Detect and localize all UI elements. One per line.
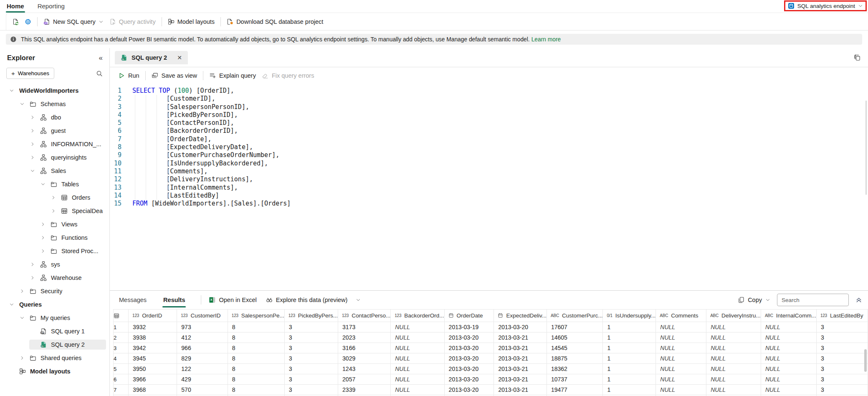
tree-item-my-queries[interactable]: My queries [0, 311, 109, 325]
cell[interactable]: NULL [706, 364, 761, 374]
copy-button[interactable]: Copy [738, 297, 770, 303]
cell[interactable]: NULL [656, 364, 706, 374]
cell[interactable]: NULL [391, 364, 444, 374]
tab-messages[interactable]: Messages [118, 292, 147, 308]
row-number[interactable]: 3 [114, 343, 129, 353]
tree-item-schemas[interactable]: Schemas [0, 97, 109, 111]
chevron-down-icon[interactable] [8, 301, 15, 308]
cell[interactable]: NULL [761, 322, 816, 333]
chevron-right-icon[interactable] [19, 288, 25, 294]
tab-home[interactable]: Home [6, 0, 25, 13]
cell[interactable]: 8 [228, 374, 284, 385]
model-layouts-button[interactable]: Model layouts [168, 18, 215, 25]
tree-item-queryinsights[interactable]: queryinsights [0, 151, 109, 164]
cell[interactable]: 3 [816, 322, 868, 333]
tree-item-functions[interactable]: Functions [0, 231, 109, 244]
open-in-excel-button[interactable]: X Open in Excel [209, 297, 256, 303]
settings-button[interactable] [25, 18, 31, 25]
collapse-panel-icon[interactable] [855, 297, 862, 303]
tree-item-tables[interactable]: Tables [0, 178, 109, 191]
column-header-customerid[interactable]: 123CustomerID [177, 310, 228, 322]
download-sql-project-button[interactable]: Download SQL database project [227, 18, 323, 25]
learn-more-link[interactable]: Learn more [531, 36, 561, 43]
cell[interactable]: NULL [761, 374, 816, 385]
cell[interactable]: 10737 [547, 374, 603, 385]
editor-scrollbar[interactable] [865, 101, 867, 195]
row-number[interactable]: 6 [114, 374, 129, 385]
cell[interactable]: 2057 [338, 374, 391, 385]
cell[interactable]: 8 [228, 322, 284, 333]
cell[interactable]: NULL [391, 385, 444, 395]
tab-reporting[interactable]: Reporting [37, 0, 66, 13]
cell[interactable]: 412 [177, 333, 228, 343]
tree-item-sql-query-2[interactable]: SQLSQL query 2 [0, 338, 109, 351]
explore-data-button[interactable]: Explore this data (preview) [266, 297, 361, 303]
cell[interactable]: 1 [603, 364, 656, 374]
tree-item-queries[interactable]: Queries [0, 298, 109, 311]
duplicate-pages-icon[interactable] [854, 54, 860, 61]
cell[interactable]: 973 [177, 322, 228, 333]
chevron-right-icon[interactable] [19, 355, 25, 361]
column-header-backorderord[interactable]: 123BackorderOrd... [391, 310, 444, 322]
tree-item-sql-query-1[interactable]: SQLSQL query 1 [0, 325, 109, 338]
cell[interactable]: 2013-03-20 [494, 322, 547, 333]
column-header-expecteddeliv[interactable]: ExpectedDeliv... [494, 310, 547, 322]
cell[interactable]: 1 [603, 333, 656, 343]
tree-item-dbo[interactable]: dbo [0, 111, 109, 124]
cell[interactable]: NULL [656, 385, 706, 395]
cell[interactable]: NULL [656, 322, 706, 333]
cell[interactable]: NULL [761, 333, 816, 343]
tree-item-views[interactable]: Views [0, 218, 109, 231]
cell[interactable]: 8 [228, 333, 284, 343]
cell[interactable]: 3938 [129, 333, 177, 343]
cell[interactable]: 122 [177, 364, 228, 374]
cell[interactable]: 3166 [338, 343, 391, 353]
chevron-down-icon[interactable] [40, 181, 46, 188]
cell[interactable]: 2013-03-20 [444, 385, 494, 395]
close-tab-icon[interactable]: ✕ [177, 54, 182, 61]
chevron-down-icon[interactable] [29, 168, 36, 174]
cell[interactable]: NULL [656, 374, 706, 385]
cell[interactable]: NULL [761, 385, 816, 395]
cell[interactable]: 2013-03-20 [444, 343, 494, 353]
cell[interactable]: 18875 [547, 353, 603, 364]
cell[interactable]: NULL [391, 333, 444, 343]
cell[interactable]: NULL [761, 353, 816, 364]
cell[interactable]: NULL [706, 374, 761, 385]
results-search-input[interactable] [777, 294, 849, 306]
add-warehouses-button[interactable]: +Warehouses [6, 68, 54, 79]
cell[interactable]: 2013-03-20 [444, 333, 494, 343]
search-icon[interactable] [96, 70, 103, 77]
chevron-right-icon[interactable] [29, 141, 36, 147]
cell[interactable]: 1 [603, 343, 656, 353]
cell[interactable]: 1 [603, 385, 656, 395]
cell[interactable]: 2013-03-20 [444, 364, 494, 374]
run-button[interactable]: Run [118, 72, 139, 79]
cell[interactable]: 2013-03-21 [494, 343, 547, 353]
tab-sql-query-2[interactable]: SQL SQL query 2 ✕ [115, 51, 188, 64]
column-header-deliveryinstru[interactable]: ABCDeliveryInstru... [706, 310, 761, 322]
cell[interactable]: 2013-03-21 [494, 353, 547, 364]
cell[interactable]: 3 [816, 385, 868, 395]
cell[interactable]: NULL [391, 322, 444, 333]
chevron-right-icon[interactable] [40, 234, 46, 241]
cell[interactable]: 2013-03-20 [444, 353, 494, 364]
cell[interactable]: 2013-03-21 [494, 385, 547, 395]
cell[interactable]: NULL [706, 333, 761, 343]
cell[interactable]: 2023 [338, 333, 391, 343]
chevron-right-icon[interactable] [50, 208, 57, 214]
cell[interactable]: 3 [284, 333, 338, 343]
cell[interactable]: 3950 [129, 364, 177, 374]
tree-item-sys[interactable]: sys [0, 258, 109, 271]
cell[interactable]: 2013-03-21 [494, 374, 547, 385]
chevron-right-icon[interactable] [50, 194, 57, 201]
cell[interactable]: 17607 [547, 322, 603, 333]
row-number[interactable]: 1 [114, 322, 129, 333]
chevron-down-icon[interactable] [19, 101, 25, 107]
cell[interactable]: NULL [391, 353, 444, 364]
cell[interactable]: 8 [228, 353, 284, 364]
tree-item-model-layouts[interactable]: Model layouts [0, 365, 109, 378]
cell[interactable]: 2013-03-21 [494, 364, 547, 374]
cell[interactable]: NULL [656, 333, 706, 343]
column-header-customerpurc[interactable]: ABCCustomerPurc... [547, 310, 603, 322]
